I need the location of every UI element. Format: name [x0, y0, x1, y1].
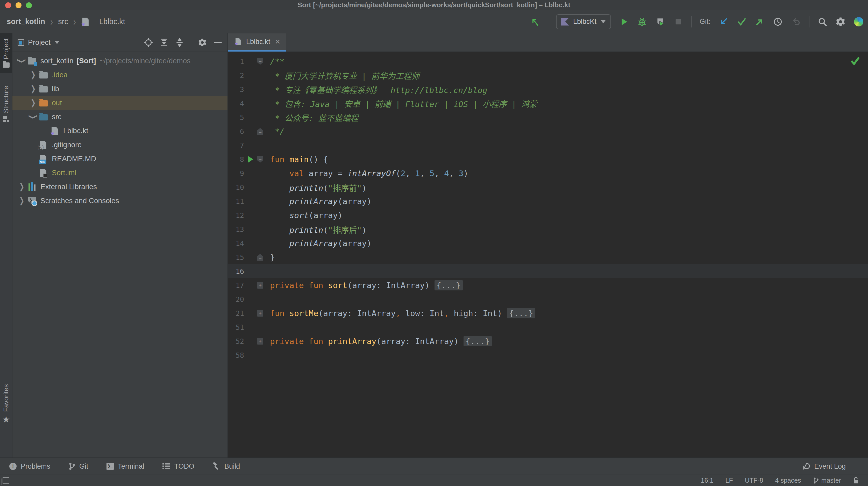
- inspections-ok-check-icon[interactable]: [850, 56, 860, 66]
- lock-icon[interactable]: [853, 477, 859, 484]
- settings-gear-icon[interactable]: [835, 17, 846, 27]
- tool-window-tab-project[interactable]: Project: [0, 33, 12, 73]
- zoom-window-button[interactable]: [26, 2, 32, 8]
- tree-item-external-libraries[interactable]: ❯External Libraries: [12, 180, 227, 194]
- tool-window-problems[interactable]: ! Problems: [9, 462, 50, 471]
- run-main-gutter-icon[interactable]: [246, 156, 255, 163]
- code-line-8[interactable]: 8−fun main() {: [228, 152, 868, 166]
- tree-item--gitignore[interactable]: .gitignore: [12, 138, 227, 152]
- run-button[interactable]: [619, 17, 629, 27]
- code-line-20[interactable]: 20: [228, 292, 868, 306]
- fold-marker-plus[interactable]: +: [255, 310, 265, 317]
- chevron-down-icon[interactable]: ❯: [29, 111, 38, 123]
- code-editor[interactable]: 1−/**2 * 厦门大学计算机专业 | 前华为工程师3 * 专注《零基础学编程…: [228, 52, 868, 457]
- git-update-project-button[interactable]: [718, 17, 728, 27]
- fold-marker-open[interactable]: −: [255, 156, 265, 163]
- chevron-down-icon[interactable]: [55, 41, 59, 44]
- fold-marker-end[interactable]: −: [255, 254, 265, 261]
- tree-item--idea[interactable]: ❯.idea: [12, 68, 227, 82]
- fold-marker-end[interactable]: −: [255, 128, 265, 135]
- code-line-21[interactable]: 21+fun sortMe(array: IntArray, low: Int,…: [228, 306, 868, 320]
- file-iml-icon: [39, 168, 49, 177]
- locate-file-icon[interactable]: [144, 38, 153, 47]
- chevron-right-icon[interactable]: ❯: [28, 70, 39, 79]
- file-encoding[interactable]: UTF-8: [745, 477, 763, 484]
- tool-window-label: Build: [224, 462, 240, 471]
- tool-window-todo[interactable]: TODO: [162, 462, 194, 471]
- tree-item-readme-md[interactable]: README.MD: [12, 152, 227, 166]
- code-line-1[interactable]: 1−/**: [228, 55, 868, 68]
- tool-window-tab-structure[interactable]: Structure: [0, 80, 12, 128]
- code-line-12[interactable]: 12 sort(array): [228, 208, 868, 222]
- project-tool-window: Project ❯sort_ko: [12, 33, 228, 457]
- code-line-58[interactable]: 58: [228, 348, 868, 362]
- tree-item-label: External Libraries: [40, 183, 97, 191]
- fold-marker-plus[interactable]: +: [255, 338, 265, 345]
- undo-button[interactable]: [791, 17, 801, 27]
- debug-button[interactable]: [637, 17, 647, 27]
- chevron-right-icon[interactable]: ❯: [28, 98, 39, 107]
- gradle-sphere-icon[interactable]: [854, 17, 864, 27]
- code-line-6[interactable]: 6− */: [228, 124, 868, 138]
- stop-button[interactable]: [673, 17, 684, 27]
- editor-tab-lblbc-kt[interactable]: Lblbc.kt ✕: [228, 33, 286, 52]
- breadcrumb-project[interactable]: sort_kotlin: [7, 18, 45, 26]
- code-line-11[interactable]: 11 printArray(array): [228, 194, 868, 208]
- tree-item-label: Lblbc.kt: [63, 127, 88, 135]
- tree-item-out[interactable]: ❯out: [12, 96, 227, 110]
- recent-history-button[interactable]: [773, 17, 783, 27]
- minimize-window-button[interactable]: [16, 2, 22, 8]
- code-line-13[interactable]: 13 println("排序后"): [228, 222, 868, 236]
- chevron-down-icon[interactable]: ❯: [17, 55, 26, 67]
- collapse-all-icon[interactable]: [175, 38, 184, 47]
- tree-item-scratches-and-consoles[interactable]: ❯Scratches and Consoles: [12, 194, 227, 208]
- run-configuration-select[interactable]: LblbcKt: [556, 14, 611, 29]
- chevron-right-icon[interactable]: ❯: [16, 182, 28, 191]
- expand-all-icon[interactable]: [160, 38, 168, 47]
- search-everywhere-icon[interactable]: [817, 17, 828, 27]
- code-line-17[interactable]: 17+private fun sort(array: IntArray) {..…: [228, 278, 868, 292]
- tree-item-src[interactable]: ❯src: [12, 110, 227, 124]
- caret-position[interactable]: 16:1: [701, 477, 714, 484]
- git-branch-widget[interactable]: master: [813, 477, 841, 484]
- fold-marker-open[interactable]: −: [255, 58, 265, 65]
- tool-window-git[interactable]: Git: [68, 462, 88, 471]
- tree-item-sort-iml[interactable]: Sort.iml: [12, 166, 227, 180]
- breadcrumb-file[interactable]: Lblbc.kt: [99, 18, 125, 26]
- project-panel-title[interactable]: Project: [28, 38, 51, 46]
- tool-window-build[interactable]: Build: [213, 462, 240, 471]
- indent-style[interactable]: 4 spaces: [775, 477, 801, 484]
- code-line-52[interactable]: 52+private fun printArray(array: IntArra…: [228, 334, 868, 348]
- git-commit-button[interactable]: [736, 17, 747, 27]
- panel-settings-gear-icon[interactable]: [198, 38, 207, 47]
- tool-window-switcher-icon[interactable]: [3, 477, 9, 484]
- close-window-button[interactable]: [5, 2, 11, 8]
- code-line-9[interactable]: 9 val array = intArrayOf(2, 1, 5, 4, 3): [228, 166, 868, 180]
- attach-profiler-icon[interactable]: [530, 17, 540, 27]
- code-line-16[interactable]: 16: [228, 264, 868, 278]
- git-push-button[interactable]: [754, 17, 765, 27]
- code-line-2[interactable]: 2 * 厦门大学计算机专业 | 前华为工程师: [228, 68, 868, 83]
- event-log-button[interactable]: Event Log: [803, 462, 846, 471]
- code-line-10[interactable]: 10 println("排序前"): [228, 180, 868, 194]
- tool-window-tab-favorites[interactable]: Favorites ★: [0, 379, 12, 429]
- code-line-7[interactable]: 7: [228, 138, 868, 152]
- chevron-right-icon[interactable]: ❯: [28, 84, 39, 94]
- chevron-right-icon[interactable]: ❯: [16, 196, 28, 205]
- close-tab-icon[interactable]: ✕: [275, 38, 281, 46]
- fold-marker-plus[interactable]: +: [255, 282, 265, 289]
- run-with-coverage-button[interactable]: [655, 17, 665, 27]
- code-line-3[interactable]: 3 * 专注《零基础学编程系列》 http://lblbc.cn/blog: [228, 83, 868, 96]
- tree-item-lib[interactable]: ❯lib: [12, 82, 227, 96]
- code-line-15[interactable]: 15−}: [228, 250, 868, 264]
- tool-window-terminal[interactable]: ❯_ Terminal: [106, 462, 144, 471]
- hide-panel-icon[interactable]: [214, 38, 222, 47]
- code-line-51[interactable]: 51: [228, 320, 868, 334]
- code-line-14[interactable]: 14 printArray(array): [228, 236, 868, 250]
- code-line-5[interactable]: 5 * 公众号: 蓝不蓝编程: [228, 110, 868, 124]
- line-separator[interactable]: LF: [725, 477, 733, 484]
- breadcrumb-src[interactable]: src: [58, 18, 68, 26]
- tree-item-sort-kotlin[interactable]: ❯sort_kotlin[Sort]~/projects/mine/gitee/…: [12, 54, 227, 68]
- tree-item-lblbc-kt[interactable]: Lblbc.kt: [12, 124, 227, 138]
- code-line-4[interactable]: 4 * 包含: Java | 安卓 | 前端 | Flutter | iOS |…: [228, 96, 868, 110]
